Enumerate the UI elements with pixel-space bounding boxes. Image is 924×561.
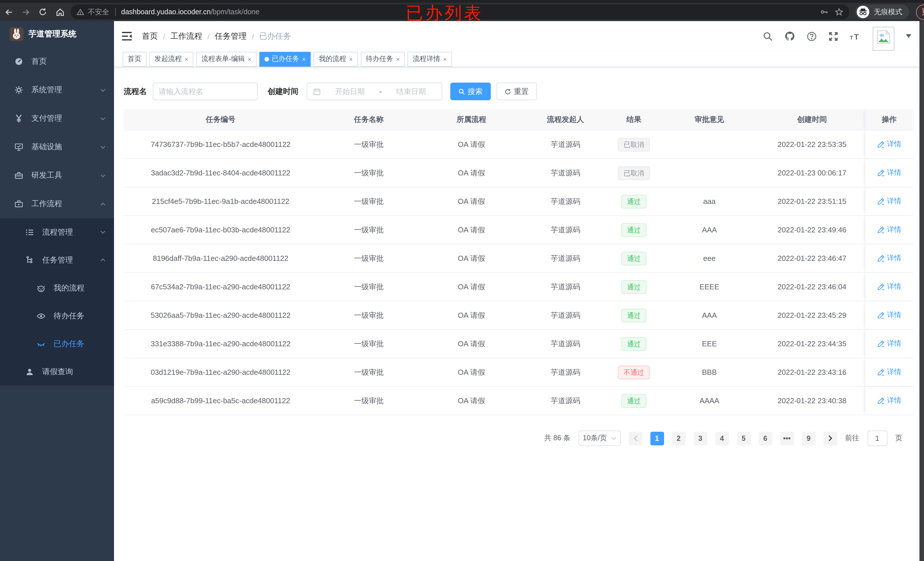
- font-size-icon[interactable]: TT: [850, 31, 861, 41]
- page-button-5[interactable]: 5: [737, 431, 750, 445]
- sidebar-item-system[interactable]: 系统管理: [0, 76, 114, 104]
- prev-page-button[interactable]: [628, 431, 642, 445]
- reset-button[interactable]: 重置: [496, 82, 537, 100]
- browser-update-button[interactable]: 更新: [916, 4, 924, 19]
- comment-cell: aaa: [660, 197, 759, 206]
- goto-page-input[interactable]: 1: [867, 431, 887, 446]
- tab-process-detail[interactable]: 流程详情×: [408, 52, 452, 66]
- broken-image-icon: [873, 27, 894, 51]
- task-name-cell: 一级审批: [318, 139, 420, 150]
- detail-link[interactable]: 详情: [877, 310, 901, 320]
- page-button-3[interactable]: 3: [693, 431, 707, 445]
- main-area: 首页 / 工作流程 / 任务管理 / 已办任务 TT: [114, 21, 920, 561]
- sidebar-item-done-tasks[interactable]: 已办任务: [0, 330, 114, 358]
- col-header: 审批意见: [660, 114, 759, 125]
- bookmark-star-icon[interactable]: [834, 7, 844, 16]
- process-name-input[interactable]: 请输入流程名: [153, 82, 257, 100]
- app-logo-row[interactable]: 芋道管理系统: [0, 21, 114, 47]
- tab-my-process[interactable]: 我的流程×: [314, 52, 358, 66]
- window-edge-scrollbar[interactable]: [920, 21, 924, 561]
- tab-form-edit[interactable]: 流程表单-编辑×: [196, 52, 256, 66]
- browser-back-button[interactable]: [0, 4, 17, 20]
- detail-link[interactable]: 详情: [877, 196, 901, 206]
- process-cell: OA 请假: [420, 253, 523, 263]
- process-cell: OA 请假: [420, 282, 523, 292]
- help-icon[interactable]: [807, 31, 817, 41]
- close-icon[interactable]: ×: [349, 55, 353, 62]
- result-cell: 通过: [608, 194, 660, 208]
- tab-start-process[interactable]: 发起流程×: [149, 52, 194, 66]
- table-row: ec507ae6-7b9a-11ec-b03b-acde48001122 一级审…: [124, 216, 913, 244]
- detail-link[interactable]: 详情: [877, 396, 901, 405]
- page-size-select[interactable]: 10条/页: [578, 431, 621, 446]
- close-icon[interactable]: ×: [396, 55, 400, 62]
- sidebar-item-payment[interactable]: 支付管理: [0, 104, 114, 133]
- browser-home-button[interactable]: [51, 4, 68, 20]
- table-header-row: 任务编号 任务名称 所属流程 流程发起人 结果 审批意见 创建时间 操作: [124, 109, 913, 130]
- detail-link[interactable]: 详情: [877, 225, 901, 235]
- sidebar-item-process-mgmt[interactable]: 流程管理: [0, 218, 114, 246]
- page-button-1[interactable]: 1: [650, 431, 664, 445]
- task-name-cell: 一级审批: [318, 282, 420, 292]
- browser-reload-button[interactable]: [34, 4, 51, 20]
- fullscreen-icon[interactable]: [828, 31, 838, 41]
- detail-link[interactable]: 详情: [877, 282, 901, 292]
- sidebar-item-task-mgmt[interactable]: 任务管理: [0, 246, 114, 274]
- password-key-icon[interactable]: [820, 7, 829, 16]
- detail-link[interactable]: 详情: [877, 253, 901, 263]
- page-ellipsis[interactable]: •••: [780, 431, 794, 445]
- search-button[interactable]: 搜索: [450, 82, 490, 100]
- detail-link-label: 详情: [887, 367, 901, 377]
- tab-done-tasks[interactable]: 已办任务×: [260, 52, 311, 66]
- edit-pencil-icon: [877, 226, 885, 233]
- incognito-label: 无痕模式: [874, 7, 902, 17]
- tab-home[interactable]: 首页: [123, 52, 147, 66]
- page-button-9[interactable]: 9: [802, 431, 815, 445]
- close-icon[interactable]: ×: [184, 55, 188, 62]
- actions-cell: 详情: [865, 244, 913, 272]
- page-button-4[interactable]: 4: [715, 431, 729, 445]
- caret-down-icon[interactable]: [906, 34, 912, 38]
- search-icon[interactable]: [763, 31, 773, 41]
- page-button-6[interactable]: 6: [758, 431, 772, 445]
- next-page-button[interactable]: [824, 431, 837, 445]
- table-row: a59c9d88-7b99-11ec-ba5c-acde48001122 一级审…: [124, 387, 913, 415]
- avatar[interactable]: [873, 27, 894, 51]
- status-badge: 通过: [621, 251, 646, 265]
- tab-todo-tasks[interactable]: 待办任务×: [361, 52, 405, 66]
- status-badge: 通过: [621, 280, 646, 293]
- close-icon[interactable]: ×: [248, 55, 251, 62]
- page-button-2[interactable]: 2: [672, 431, 686, 445]
- task-name-cell: 一级审批: [318, 310, 420, 320]
- sidebar-item-my-process[interactable]: 我的流程: [0, 274, 114, 302]
- sidebar-item-leave-query[interactable]: 请假查询: [0, 358, 114, 386]
- col-header: 创建时间: [759, 114, 865, 125]
- breadcrumb-workflow[interactable]: 工作流程: [170, 31, 202, 41]
- browser-forward-button[interactable]: [17, 4, 34, 20]
- sidebar-item-todo-tasks[interactable]: 待办任务: [0, 302, 114, 330]
- starter-cell: 芋道源码: [523, 339, 608, 349]
- sidebar-item-infra[interactable]: 基础设施: [0, 133, 114, 161]
- detail-link[interactable]: 详情: [877, 339, 901, 349]
- sidebar-collapse-button[interactable]: [122, 32, 132, 40]
- sidebar-item-home[interactable]: 首页: [0, 47, 114, 76]
- process-cell: OA 请假: [420, 310, 523, 320]
- range-separator: -: [380, 87, 382, 96]
- close-icon[interactable]: ×: [443, 55, 447, 62]
- close-icon[interactable]: ×: [302, 55, 306, 62]
- detail-link[interactable]: 详情: [877, 367, 901, 377]
- breadcrumb-home[interactable]: 首页: [142, 31, 158, 41]
- sidebar-item-devtools[interactable]: 研发工具: [0, 161, 114, 190]
- date-range-input[interactable]: 开始日期 - 结束日期: [306, 82, 442, 100]
- detail-link-label: 详情: [887, 196, 901, 206]
- detail-link[interactable]: 详情: [877, 168, 901, 178]
- detail-link[interactable]: 详情: [877, 139, 901, 149]
- chevron-down-icon: [100, 87, 106, 93]
- breadcrumb-task-mgmt[interactable]: 任务管理: [215, 31, 247, 41]
- monitor-icon: [14, 142, 23, 151]
- edit-pencil-icon: [877, 169, 885, 177]
- create-time-cell: 2022-01-22 23:45:29: [759, 311, 865, 320]
- table-body: 74736737-7b9b-11ec-b5b7-acde48001122 一级审…: [124, 130, 913, 415]
- github-icon[interactable]: [784, 31, 795, 42]
- sidebar-item-workflow[interactable]: 工作流程: [0, 190, 114, 218]
